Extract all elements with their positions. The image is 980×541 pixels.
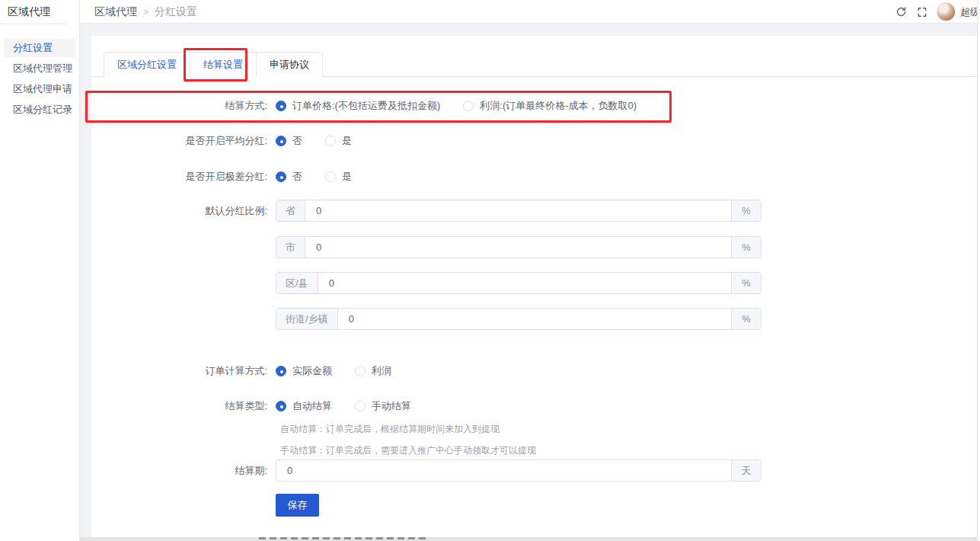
- form-row-avg-dividend: 是否开启平均分红: 否 是: [91, 130, 375, 152]
- radio-label: 利润:(订单最终价格-成本，负数取0): [480, 99, 637, 113]
- percent-suffix: %: [731, 309, 761, 329]
- sidebar-item-agent-application[interactable]: 区域代理申请: [4, 80, 75, 98]
- percent-suffix: %: [731, 273, 761, 293]
- form-row-ratio-province: 默认分红比例: 省 %: [91, 200, 761, 222]
- tab-region-dividend-settings[interactable]: 区域分红设置: [104, 53, 190, 77]
- radio-icon[interactable]: [276, 401, 286, 411]
- content-card: 区域分红设置 结算设置 申请协议 结算方式: 订单价格:(不包括运费及抵扣金额)…: [91, 36, 980, 541]
- radio-icon[interactable]: [325, 171, 336, 182]
- clipped-text-marks: [259, 537, 428, 539]
- sidebar-title: 区域代理: [0, 0, 79, 24]
- sidebar: 区域代理 分红设置 区域代理管理 区域代理申请 区域分红记录: [0, 0, 80, 541]
- radio-label: 实际金额: [292, 364, 332, 378]
- form-label: 结算类型:: [91, 399, 276, 413]
- form-label: 结算方式:: [91, 99, 276, 113]
- city-ratio-input[interactable]: [305, 237, 731, 258]
- sidebar-menu: 分红设置 区域代理管理 区域代理申请 区域分红记录: [0, 39, 79, 119]
- input-group-street: 街道/乡镇 %: [276, 308, 761, 330]
- radio-label: 是: [342, 170, 352, 184]
- radio-icon[interactable]: [276, 136, 286, 146]
- helper-manual-settlement: 手动结算：订单完成后，需要进入推广中心手动领取才可以提现: [280, 444, 536, 457]
- form-row-range-dividend: 是否开启极差分红: 否 是: [91, 166, 375, 187]
- breadcrumb-current: 分红设置: [155, 5, 197, 18]
- sidebar-item-dividend-settings[interactable]: 分红设置: [4, 39, 75, 57]
- province-ratio-input[interactable]: [305, 200, 731, 221]
- input-group-period: 天: [276, 459, 761, 482]
- radio-icon[interactable]: [355, 366, 366, 376]
- breadcrumb-separator: >: [143, 7, 148, 18]
- radio-order-profit[interactable]: 利润: [355, 364, 391, 378]
- form-row-ratio-city: 市 %: [91, 236, 761, 258]
- breadcrumb: 区域代理>分红设置: [94, 0, 197, 24]
- form-label: 是否开启极差分红:: [91, 170, 276, 184]
- tab-settlement-settings[interactable]: 结算设置: [190, 53, 256, 78]
- input-prefix: 街道/乡镇: [276, 309, 338, 329]
- radio-icon[interactable]: [276, 171, 286, 182]
- radio-profit[interactable]: 利润:(订单最终价格-成本，负数取0): [463, 99, 637, 113]
- radio-range-yes[interactable]: 是: [325, 170, 352, 184]
- refresh-icon[interactable]: [894, 5, 908, 19]
- fullscreen-icon[interactable]: [915, 5, 929, 19]
- street-ratio-input[interactable]: [338, 309, 731, 329]
- radio-icon[interactable]: [463, 101, 474, 111]
- radio-actual-amount[interactable]: 实际金额: [276, 364, 332, 378]
- vertical-scrollbar[interactable]: [977, 0, 980, 541]
- radio-avg-yes[interactable]: 是: [325, 134, 352, 148]
- sidebar-item-agent-management[interactable]: 区域代理管理: [4, 59, 75, 78]
- radio-icon[interactable]: [325, 136, 336, 146]
- radio-manual-settlement[interactable]: 手动结算: [355, 399, 411, 413]
- topbar-actions: 超级: [894, 0, 980, 24]
- input-prefix: 市: [276, 237, 305, 258]
- radio-label: 自动结算: [292, 399, 332, 413]
- save-button[interactable]: 保存: [276, 494, 319, 517]
- sidebar-item-dividend-records[interactable]: 区域分红记录: [4, 101, 75, 119]
- radio-label: 手动结算: [372, 399, 411, 413]
- radio-icon[interactable]: [276, 366, 286, 376]
- form-row-settlement-method: 结算方式: 订单价格:(不包括运费及抵扣金额) 利润:(订单最终价格-成本，负数…: [91, 95, 659, 117]
- form-row-order-calc: 订单计算方式: 实际金额 利润: [91, 360, 414, 382]
- form-row-ratio-street: 街道/乡镇 %: [91, 308, 761, 330]
- radio-avg-no[interactable]: 否: [276, 134, 302, 148]
- form-label: 结算期:: [91, 464, 276, 478]
- form-label: 订单计算方式:: [91, 364, 276, 378]
- district-ratio-input[interactable]: [318, 273, 731, 293]
- form-label: 默认分红比例:: [91, 204, 276, 218]
- input-prefix: 区/县: [276, 273, 318, 293]
- settlement-period-input[interactable]: [276, 460, 731, 481]
- divider: [0, 24, 67, 24]
- page: 区域代理 分红设置 区域代理管理 区域代理申请 区域分红记录 区域代理>分红设置: [0, 0, 980, 541]
- radio-order-price[interactable]: 订单价格:(不包括运费及抵扣金额): [276, 99, 440, 113]
- radio-icon[interactable]: [355, 401, 366, 411]
- topbar: 区域代理>分红设置 超级: [80, 0, 980, 24]
- radio-label: 是: [342, 134, 352, 148]
- tab-application-agreement[interactable]: 申请协议: [256, 53, 322, 77]
- percent-suffix: %: [731, 237, 761, 258]
- radio-range-no[interactable]: 否: [276, 170, 302, 184]
- helper-auto-settlement: 自动结算：订单完成后，根据结算期时间来加入到提现: [280, 423, 500, 436]
- form-row-settlement-type: 结算类型: 自动结算 手动结算: [91, 395, 434, 417]
- radio-label: 否: [292, 134, 302, 148]
- radio-auto-settlement[interactable]: 自动结算: [276, 399, 332, 413]
- form-label: 是否开启平均分红:: [91, 134, 276, 148]
- breadcrumb-parent[interactable]: 区域代理: [94, 5, 137, 18]
- user-avatar[interactable]: [937, 2, 956, 21]
- clipped-footer-text: [80, 537, 980, 541]
- percent-suffix: %: [731, 200, 761, 221]
- input-prefix: 省: [276, 200, 305, 221]
- radio-label: 利润: [372, 364, 391, 378]
- input-group-district: 区/县 %: [276, 272, 761, 294]
- radio-label: 订单价格:(不包括运费及抵扣金额): [292, 99, 440, 113]
- radio-icon[interactable]: [276, 101, 286, 111]
- day-suffix: 天: [731, 460, 761, 481]
- form-row-settlement-period: 结算期: 天: [91, 459, 761, 482]
- form-row-ratio-district: 区/县 %: [91, 272, 761, 294]
- tab-bar: 区域分红设置 结算设置 申请协议: [104, 52, 323, 77]
- radio-label: 否: [292, 170, 302, 184]
- input-group-province: 省 %: [276, 200, 761, 222]
- input-group-city: 市 %: [276, 236, 761, 258]
